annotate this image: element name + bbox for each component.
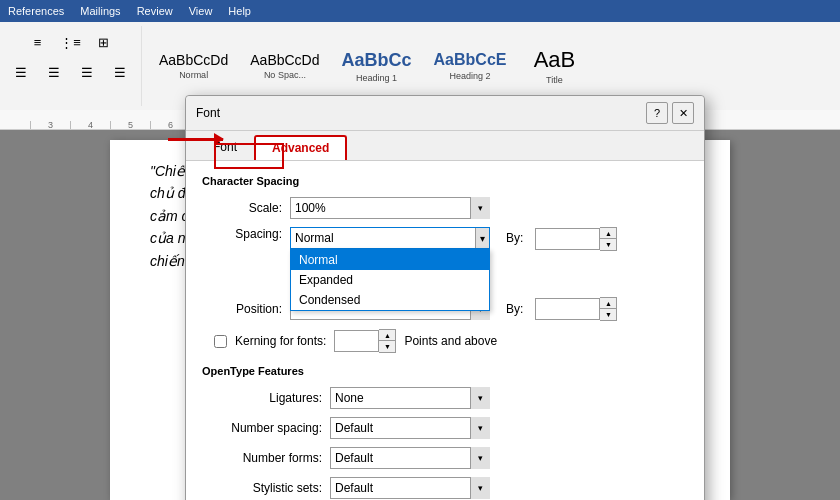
- style-h1-preview: AaBbCc: [342, 50, 412, 71]
- tab-mailings[interactable]: Mailings: [80, 5, 120, 17]
- style-h1-label: Heading 1: [356, 73, 397, 83]
- dialog-content: Character Spacing Scale: 100% ▾ Spacing:…: [186, 160, 704, 500]
- spacing-dropdown-list: Normal Expanded Condensed: [290, 249, 490, 311]
- number-forms-select-wrapper: Default ▾: [330, 447, 490, 469]
- spacing-option-normal[interactable]: Normal: [291, 250, 489, 270]
- number-forms-select[interactable]: Default: [330, 447, 490, 469]
- opentype-section: OpenType Features Ligatures: None ▾ Numb…: [202, 365, 688, 500]
- spacing-dropdown-arrow-icon: ▾: [475, 228, 489, 248]
- dialog-titlebar: Font ? ✕: [186, 96, 704, 131]
- ligatures-label: Ligatures:: [202, 391, 322, 405]
- stylistic-select[interactable]: Default: [330, 477, 490, 499]
- character-spacing-heading: Character Spacing: [202, 175, 688, 187]
- style-no-space[interactable]: AaBbCcDd No Spac...: [241, 33, 328, 99]
- spacing-by-spinner: ▲ ▼: [535, 227, 617, 251]
- ruler-mark: 3: [30, 121, 70, 129]
- spacing-by-label: By:: [506, 227, 523, 245]
- style-h2-preview: AaBbCcE: [434, 51, 507, 69]
- ligatures-row: Ligatures: None ▾: [202, 387, 688, 409]
- arrow-line: [168, 138, 223, 141]
- dialog-tabs: Font Advanced: [186, 131, 704, 160]
- tab-references[interactable]: References: [8, 5, 64, 17]
- number-forms-row: Number forms: Default ▾: [202, 447, 688, 469]
- justify-button[interactable]: ☰: [105, 58, 135, 86]
- bullet-list-button[interactable]: ≡: [23, 28, 53, 56]
- spacing-label: Spacing:: [202, 227, 282, 241]
- number-spacing-label: Number spacing:: [202, 421, 322, 435]
- style-heading1[interactable]: AaBbCc Heading 1: [333, 33, 421, 99]
- spacing-option-condensed[interactable]: Condensed: [291, 290, 489, 310]
- kerning-spin-up-button[interactable]: ▲: [379, 330, 395, 341]
- kerning-input[interactable]: [334, 330, 379, 352]
- tab-advanced[interactable]: Advanced: [254, 135, 347, 160]
- tab-review[interactable]: Review: [137, 5, 173, 17]
- style-normal-preview: AaBbCcDd: [159, 52, 228, 68]
- multilevel-list-button[interactable]: ⊞: [89, 28, 119, 56]
- font-dialog: Font ? ✕ Font Advanced Character Spacing…: [185, 95, 705, 500]
- number-spacing-select[interactable]: Default: [330, 417, 490, 439]
- position-spin-buttons: ▲ ▼: [600, 297, 617, 321]
- spacing-selected-value: Normal: [295, 231, 334, 245]
- dialog-close-button[interactable]: ✕: [672, 102, 694, 124]
- position-spin-up-button[interactable]: ▲: [600, 298, 616, 309]
- arrow-indicator: [168, 138, 223, 141]
- style-nospace-preview: AaBbCcDd: [250, 52, 319, 68]
- style-title-label: Title: [546, 75, 563, 85]
- style-nospace-label: No Spac...: [264, 70, 306, 80]
- kerning-checkbox[interactable]: [214, 335, 227, 348]
- tab-view[interactable]: View: [189, 5, 213, 17]
- numbered-list-button[interactable]: ⋮≡: [56, 28, 86, 56]
- ruler-mark: 5: [110, 121, 150, 129]
- ruler-mark: 4: [70, 121, 110, 129]
- spin-buttons: ▲ ▼: [600, 227, 617, 251]
- style-title[interactable]: AaB Title: [519, 33, 589, 99]
- dialog-controls: ? ✕: [646, 102, 694, 124]
- scale-row: Scale: 100% ▾: [202, 197, 688, 219]
- dialog-help-button[interactable]: ?: [646, 102, 668, 124]
- kerning-points-label: Points and above: [404, 334, 497, 348]
- scale-label: Scale:: [202, 201, 282, 215]
- align-left-button[interactable]: ☰: [6, 58, 36, 86]
- style-h2-label: Heading 2: [449, 71, 490, 81]
- dialog-title: Font: [196, 106, 220, 120]
- ribbon-bar: References Mailings Review View Help ≡ ⋮…: [0, 0, 840, 110]
- ribbon-tabs: References Mailings Review View Help: [0, 0, 840, 22]
- ruler-mark: 6: [150, 121, 190, 129]
- number-spacing-row: Number spacing: Default ▾: [202, 417, 688, 439]
- scale-select-wrapper: 100% ▾: [290, 197, 490, 219]
- align-buttons: ☰ ☰ ☰ ☰: [6, 58, 135, 86]
- stylistic-select-wrapper: Default ▾: [330, 477, 490, 499]
- spin-up-button[interactable]: ▲: [600, 228, 616, 239]
- spacing-dropdown-selected[interactable]: Normal ▾: [290, 227, 490, 249]
- style-normal-label: Normal: [179, 70, 208, 80]
- spin-down-button[interactable]: ▼: [600, 239, 616, 250]
- kerning-label: Kerning for fonts:: [235, 334, 326, 348]
- ligatures-select[interactable]: None: [330, 387, 490, 409]
- stylistic-sets-label: Stylistic sets:: [202, 481, 322, 495]
- style-normal[interactable]: AaBbCcDd Normal: [150, 33, 237, 99]
- number-spacing-select-wrapper: Default ▾: [330, 417, 490, 439]
- align-center-button[interactable]: ☰: [39, 58, 69, 86]
- style-heading2[interactable]: AaBbCcE Heading 2: [425, 33, 516, 99]
- style-title-preview: AaB: [534, 47, 576, 73]
- stylistic-sets-row: Stylistic sets: Default ▾: [202, 477, 688, 499]
- list-buttons: ≡ ⋮≡ ⊞: [23, 28, 119, 56]
- spacing-by-input[interactable]: [535, 228, 600, 250]
- scale-select[interactable]: 100%: [290, 197, 490, 219]
- ligatures-select-wrapper: None ▾: [330, 387, 490, 409]
- tab-help[interactable]: Help: [228, 5, 251, 17]
- opentype-heading: OpenType Features: [202, 365, 688, 377]
- spacing-row: Spacing: Normal ▾ Normal Expanded Conden…: [202, 227, 688, 251]
- kerning-spinner: ▲ ▼: [334, 329, 396, 353]
- kerning-row: Kerning for fonts: ▲ ▼ Points and above: [202, 329, 688, 353]
- position-by-input[interactable]: [535, 298, 600, 320]
- spacing-dropdown: Normal ▾ Normal Expanded Condensed: [290, 227, 490, 249]
- kerning-spin-down-button[interactable]: ▼: [379, 341, 395, 352]
- position-spin-down-button[interactable]: ▼: [600, 309, 616, 320]
- kerning-spin-buttons: ▲ ▼: [379, 329, 396, 353]
- styles-gallery: AaBbCcDd Normal AaBbCcDd No Spac... AaBb…: [142, 26, 840, 106]
- align-right-button[interactable]: ☰: [72, 58, 102, 86]
- number-forms-label: Number forms:: [202, 451, 322, 465]
- spacing-option-expanded[interactable]: Expanded: [291, 270, 489, 290]
- position-by-spinner: ▲ ▼: [535, 297, 617, 321]
